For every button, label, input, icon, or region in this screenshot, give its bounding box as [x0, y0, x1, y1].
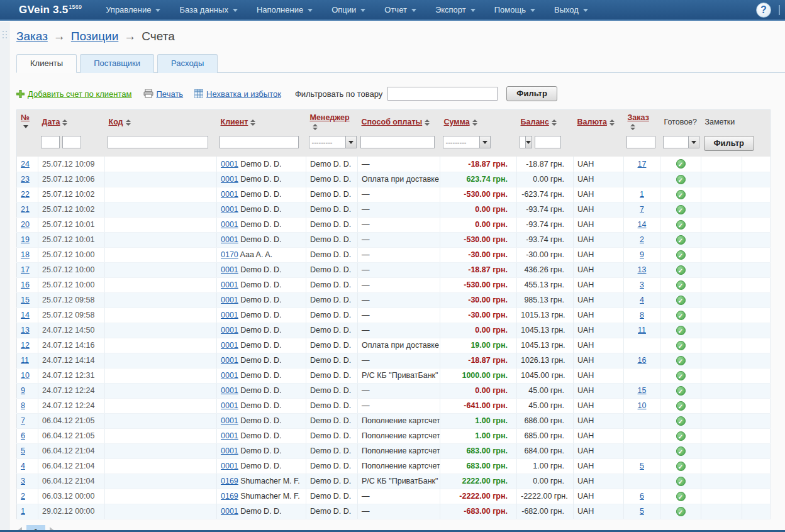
nav-item-Управление[interactable]: Управление: [106, 5, 160, 14]
client-code-link[interactable]: 0001: [221, 401, 238, 410]
order-link[interactable]: 16: [638, 356, 647, 365]
sort-descending-icon[interactable]: [23, 125, 28, 128]
client-code-link[interactable]: 0001: [221, 416, 238, 425]
invoice-number-link[interactable]: 24: [21, 160, 30, 169]
client-code-link[interactable]: 0169: [221, 492, 238, 501]
filter-by-product-input[interactable]: [387, 87, 498, 101]
invoice-number-link[interactable]: 18: [21, 250, 30, 259]
column-filter-button[interactable]: Фильтр: [704, 136, 755, 151]
sort-icon[interactable]: [425, 119, 430, 126]
shortage-surplus-link[interactable]: Нехватка и избыток: [194, 89, 281, 99]
sort-icon[interactable]: [126, 119, 131, 126]
tab-Расходы[interactable]: Расходы: [157, 54, 218, 73]
sort-icon[interactable]: [552, 119, 557, 126]
client-code-link[interactable]: 0001: [221, 220, 238, 229]
client-code-link[interactable]: 0001: [221, 235, 238, 244]
client-code-link[interactable]: 0170: [221, 250, 238, 259]
filter-select[interactable]: ---------: [309, 136, 357, 148]
client-code-link[interactable]: 0001: [221, 507, 238, 516]
invoice-number-link[interactable]: 1: [21, 507, 25, 516]
filter-text-input[interactable]: [360, 136, 435, 148]
client-code-link[interactable]: 0001: [221, 265, 238, 274]
client-code-link[interactable]: 0001: [221, 386, 238, 395]
tab-Поставщики[interactable]: Поставщики: [80, 54, 154, 73]
help-button[interactable]: ?: [756, 3, 771, 18]
invoice-number-link[interactable]: 19: [21, 235, 30, 244]
invoice-number-link[interactable]: 9: [21, 386, 25, 395]
invoice-number-link[interactable]: 4: [21, 462, 25, 470]
sort-icon[interactable]: [630, 124, 635, 130]
column-header-label[interactable]: Дата: [42, 118, 60, 126]
order-link[interactable]: 14: [638, 220, 647, 229]
order-link[interactable]: 1: [640, 190, 644, 199]
invoice-number-link[interactable]: 15: [21, 296, 30, 304]
filter-select[interactable]: [663, 136, 699, 148]
invoice-number-link[interactable]: 8: [21, 401, 25, 410]
invoice-number-link[interactable]: 16: [21, 280, 30, 289]
order-link[interactable]: 5: [640, 462, 644, 470]
nav-item-Помощь[interactable]: Помощь: [494, 5, 535, 14]
order-link[interactable]: 7: [640, 205, 644, 214]
order-link[interactable]: 3: [640, 280, 644, 289]
filter-text-input[interactable]: [108, 136, 208, 148]
client-code-link[interactable]: 0001: [221, 371, 238, 380]
client-code-link[interactable]: 0001: [221, 431, 238, 440]
tab-Клиенты[interactable]: Клиенты: [16, 54, 77, 73]
invoice-number-link[interactable]: 17: [21, 265, 30, 274]
invoice-number-link[interactable]: 11: [21, 356, 29, 365]
client-code-link[interactable]: 0001: [221, 326, 238, 335]
column-header-label[interactable]: Способ оплаты: [362, 118, 423, 126]
order-link[interactable]: 9: [640, 250, 644, 259]
invoice-number-link[interactable]: 2: [21, 492, 25, 501]
invoice-number-link[interactable]: 20: [21, 220, 30, 229]
invoice-number-link[interactable]: 23: [21, 175, 30, 184]
filter-date-to[interactable]: [62, 136, 81, 148]
invoice-number-link[interactable]: 6: [21, 431, 25, 440]
invoice-number-link[interactable]: 14: [21, 311, 30, 319]
client-code-link[interactable]: 0001: [221, 280, 238, 289]
invoice-number-link[interactable]: 22: [21, 190, 30, 199]
order-link[interactable]: 4: [640, 296, 644, 304]
client-code-link[interactable]: 0001: [221, 175, 238, 184]
nav-item-Отчет[interactable]: Отчет: [384, 5, 416, 14]
order-link[interactable]: 6: [640, 492, 644, 501]
order-link[interactable]: 15: [638, 386, 647, 395]
filter-text-input[interactable]: [626, 136, 655, 148]
print-link[interactable]: Печать: [143, 89, 184, 99]
column-header-label[interactable]: Код: [109, 118, 123, 126]
client-code-link[interactable]: 0001: [221, 311, 238, 319]
client-code-link[interactable]: 0001: [221, 446, 238, 455]
order-link[interactable]: 17: [638, 160, 647, 169]
client-code-link[interactable]: 0001: [221, 160, 238, 169]
client-code-link[interactable]: 0001: [221, 296, 238, 304]
order-link[interactable]: 8: [640, 311, 644, 319]
client-code-link[interactable]: 0001: [221, 190, 238, 199]
invoice-number-link[interactable]: 3: [21, 477, 25, 485]
nav-item-База данных[interactable]: База данных: [179, 5, 237, 14]
breadcrumb-link-orders[interactable]: Заказ: [16, 30, 48, 43]
client-code-link[interactable]: 0001: [221, 462, 238, 470]
nav-item-Экспорт[interactable]: Экспорт: [435, 5, 476, 14]
invoice-number-link[interactable]: 10: [21, 371, 30, 380]
nav-item-Выход[interactable]: Выход: [554, 5, 588, 14]
add-invoice-link[interactable]: Добавить счет по клиентам: [16, 89, 132, 99]
nav-item-Наполнение[interactable]: Наполнение: [257, 5, 313, 14]
order-link[interactable]: 5: [640, 507, 644, 516]
invoice-number-link[interactable]: 13: [21, 326, 30, 335]
client-code-link[interactable]: 0001: [221, 356, 238, 365]
filter-button[interactable]: Фильтр: [506, 86, 557, 101]
column-header-label[interactable]: Баланс: [521, 118, 549, 126]
collapsed-side-panel[interactable]: [0, 22, 9, 530]
column-header-label[interactable]: Сумма: [444, 118, 470, 126]
sort-icon[interactable]: [313, 124, 318, 130]
invoice-number-link[interactable]: 7: [21, 416, 25, 425]
order-link[interactable]: 10: [638, 401, 647, 410]
order-link[interactable]: 13: [638, 265, 647, 274]
order-link[interactable]: 2: [640, 235, 644, 244]
invoice-number-link[interactable]: 12: [21, 341, 30, 350]
column-header-label[interactable]: Клиент: [221, 118, 248, 126]
client-code-link[interactable]: 0169: [221, 477, 238, 485]
sort-icon[interactable]: [610, 119, 615, 126]
filter-text-input[interactable]: [535, 136, 561, 148]
filter-text-input[interactable]: [220, 136, 299, 148]
